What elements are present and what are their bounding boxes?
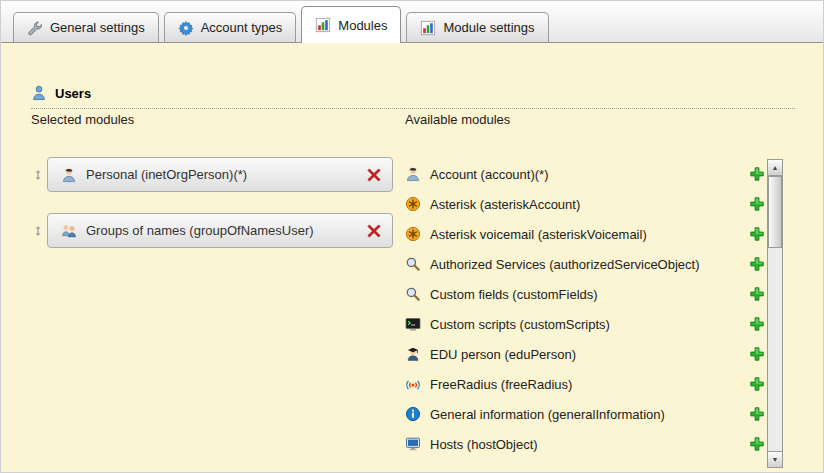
available-module-row: Hosts (hostObject) <box>405 429 765 459</box>
available-module-row: EDU person (eduPerson) <box>405 339 765 369</box>
available-module-label: Asterisk (asteriskAccount) <box>430 197 740 212</box>
tab-label: Modules <box>338 18 387 33</box>
add-module-icon[interactable] <box>749 376 765 392</box>
available-module-row: Asterisk voicemail (asteriskVoicemail) <box>405 219 765 249</box>
available-module-label: Custom scripts (customScripts) <box>430 317 740 332</box>
selected-module: Groups of names (groupOfNamesUser) <box>47 213 393 248</box>
lam-configuration-page: General settings Account types Modules M… <box>0 0 824 473</box>
add-module-icon[interactable] <box>749 226 765 242</box>
available-module-label: EDU person (eduPerson) <box>430 347 740 362</box>
available-module-label: Account (account)(*) <box>430 167 740 182</box>
available-module-label: Asterisk voicemail (asteriskVoicemail) <box>430 227 740 242</box>
scrollbar-thumb[interactable] <box>768 176 782 248</box>
tab-label: General settings <box>50 20 145 35</box>
selected-module-row: Groups of names (groupOfNamesUser) <box>31 213 393 248</box>
custom-scripts-icon <box>405 316 421 332</box>
selected-module-label: Personal (inetOrgPerson)(*) <box>86 167 357 182</box>
tab-label: Module settings <box>443 20 534 35</box>
add-module-icon[interactable] <box>749 286 765 302</box>
authorized-services-icon <box>405 256 421 272</box>
available-module-label: FreeRadius (freeRadius) <box>430 377 740 392</box>
scroll-down-icon[interactable]: ▼ <box>768 451 782 467</box>
sort-handle-icon[interactable] <box>31 225 45 237</box>
account-icon <box>405 166 421 182</box>
tab-modules[interactable]: Modules <box>301 6 401 43</box>
tab-label: Account types <box>201 20 283 35</box>
add-module-icon[interactable] <box>749 256 765 272</box>
tab-bar: General settings Account types Modules M… <box>1 1 823 43</box>
available-modules-list: Account (account)(*) Asterisk (asteriskA… <box>405 159 765 459</box>
add-module-icon[interactable] <box>749 436 765 452</box>
remove-module-icon[interactable] <box>366 223 382 239</box>
available-modules-heading: Available modules <box>405 112 510 127</box>
hosts-icon <box>405 436 421 452</box>
chart-icon <box>420 20 436 36</box>
available-module-label: Hosts (hostObject) <box>430 437 740 452</box>
add-module-icon[interactable] <box>749 316 765 332</box>
sort-handle-icon[interactable] <box>31 169 45 181</box>
remove-module-icon[interactable] <box>366 167 382 183</box>
available-module-label: Authorized Services (authorizedServiceOb… <box>430 257 740 272</box>
selected-module-label: Groups of names (groupOfNamesUser) <box>86 223 357 238</box>
available-module-label: General information (generalInformation) <box>430 407 740 422</box>
available-module-row: FreeRadius (freeRadius) <box>405 369 765 399</box>
add-module-icon[interactable] <box>749 166 765 182</box>
wrench-icon <box>27 20 43 36</box>
selected-module-row: Personal (inetOrgPerson)(*) <box>31 157 393 192</box>
add-module-icon[interactable] <box>749 346 765 362</box>
tab-general-settings[interactable]: General settings <box>13 12 159 42</box>
available-module-row: Authorized Services (authorizedServiceOb… <box>405 249 765 279</box>
users-icon <box>31 85 47 101</box>
custom-fields-icon <box>405 286 421 302</box>
add-module-icon[interactable] <box>749 406 765 422</box>
selected-modules-heading: Selected modules <box>31 112 134 127</box>
section-title: Users <box>55 86 91 101</box>
users-section-header: Users <box>31 85 795 109</box>
available-modules-scrollbar[interactable]: ▲ ▼ <box>767 159 783 468</box>
asterisk-icon <box>405 196 421 212</box>
selected-modules-list: Personal (inetOrgPerson)(*) Groups of na… <box>31 157 393 269</box>
group-icon <box>61 223 77 239</box>
available-module-row: Account (account)(*) <box>405 159 765 189</box>
edu-person-icon <box>405 346 421 362</box>
person-icon <box>61 167 77 183</box>
scroll-up-icon[interactable]: ▲ <box>768 160 782 176</box>
general-information-icon <box>405 406 421 422</box>
asterisk-voicemail-icon <box>405 226 421 242</box>
chart-icon <box>315 17 331 33</box>
available-module-row: Custom fields (customFields) <box>405 279 765 309</box>
available-module-row: Custom scripts (customScripts) <box>405 309 765 339</box>
tab-module-settings[interactable]: Module settings <box>406 12 548 42</box>
tab-account-types[interactable]: Account types <box>164 12 297 42</box>
available-module-row: Asterisk (asteriskAccount) <box>405 189 765 219</box>
gear-icon <box>178 20 194 36</box>
available-module-row: General information (generalInformation) <box>405 399 765 429</box>
selected-module: Personal (inetOrgPerson)(*) <box>47 157 393 192</box>
add-module-icon[interactable] <box>749 196 765 212</box>
available-module-label: Custom fields (customFields) <box>430 287 740 302</box>
freeradius-icon <box>405 376 421 392</box>
